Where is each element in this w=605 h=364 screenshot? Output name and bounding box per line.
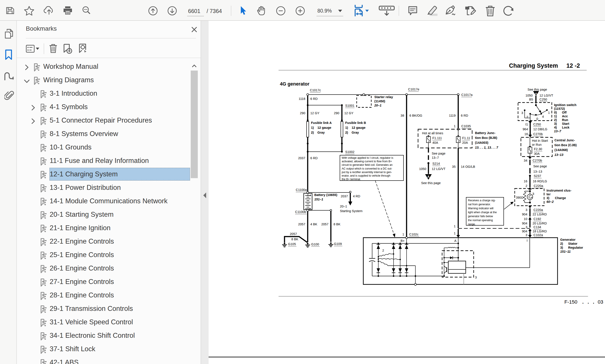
svg-text:2057: 2057 [321, 222, 329, 226]
svg-text:F1.11: F1.11 [462, 136, 470, 140]
svg-text:20A: 20A [462, 141, 468, 144]
svg-text:or Run: or Run [532, 143, 542, 146]
svg-text:3: 3 [525, 208, 527, 212]
svg-text:4 RD: 4 RD [353, 195, 360, 198]
svg-text:1118: 1118 [299, 97, 305, 101]
svg-text:Fusible link A: Fusible link A [311, 121, 332, 125]
svg-text:See page: See page [432, 152, 445, 155]
svg-text:1): 1) [311, 126, 314, 130]
svg-text:S1002: S1002 [345, 150, 355, 154]
svg-text:3: 3 [525, 225, 527, 229]
svg-text:A: A [535, 92, 537, 95]
svg-text:I: I [527, 239, 527, 242]
svg-text:–: – [309, 207, 311, 210]
svg-text:+: + [309, 194, 311, 197]
svg-text:C1017a: C1017a [461, 93, 473, 97]
svg-text:3: 3 [525, 233, 527, 237]
svg-text:put by a rectifier assembly in: put by a rectifier assembly internal to … [342, 171, 392, 174]
svg-text:1: 1 [548, 111, 550, 115]
svg-text:0: 0 [536, 117, 538, 121]
svg-text:4: 4 [542, 115, 544, 118]
svg-text:.: . [593, 299, 594, 305]
svg-text:Gray: Gray [317, 131, 325, 134]
svg-text:03: 03 [598, 299, 603, 305]
svg-text:1: 1 [402, 233, 404, 236]
svg-text:12 gauge: 12 gauge [352, 126, 366, 130]
svg-text:904: 904 [522, 221, 527, 225]
svg-text:ter: ter [547, 193, 551, 196]
svg-text:12 -2: 12 -2 [566, 62, 580, 69]
svg-text:C270b: C270b [533, 132, 543, 136]
svg-text:G100: G100 [311, 243, 319, 246]
svg-text:Warning indicator will: Warning indicator will [468, 207, 493, 210]
svg-text:(14A003): (14A003) [475, 141, 488, 144]
svg-text:2: 2 [525, 184, 527, 188]
svg-text:3): 3) [554, 122, 557, 125]
svg-text:.: . [588, 299, 589, 305]
svg-text:12 GY: 12 GY [344, 111, 353, 115]
svg-text:20–1: 20–1 [340, 205, 347, 208]
svg-text:2: 2 [526, 115, 528, 119]
svg-text:Gray: Gray [352, 131, 359, 134]
svg-text:F-150: F-150 [564, 299, 578, 305]
svg-text:12 LG/VT: 12 LG/VT [432, 167, 445, 171]
svg-text:Battery Junc-: Battery Junc- [475, 131, 495, 135]
svg-text:16 RD/LG: 16 RD/LG [533, 180, 547, 183]
svg-text:12 DB/LG: 12 DB/LG [533, 128, 547, 131]
svg-text:3): 3) [547, 196, 549, 200]
svg-text:Fusible link B: Fusible link B [345, 121, 366, 125]
svg-text:2037: 2037 [341, 195, 348, 198]
svg-text:2057: 2057 [290, 232, 297, 236]
svg-text:F2.30: F2.30 [534, 147, 542, 151]
svg-text:16: 16 [524, 180, 527, 183]
svg-text:B5: B5 [529, 98, 533, 101]
svg-text:nal from generator.: nal from generator. [468, 203, 491, 206]
svg-text:activated, allowing current to: activated, allowing current to flow from… [342, 160, 392, 163]
svg-text:3: 3 [521, 111, 523, 115]
svg-text:290: 290 [300, 111, 305, 115]
svg-text:(11572): (11572) [554, 107, 565, 110]
svg-text:16: 16 [524, 132, 528, 136]
svg-text:904: 904 [522, 212, 527, 216]
svg-text:.: . [582, 299, 584, 305]
svg-text:13–13: 13–13 [554, 153, 563, 156]
svg-text:22 LG/RD: 22 LG/RD [533, 212, 547, 216]
svg-text:964: 964 [523, 128, 528, 131]
svg-text:S214: S214 [432, 162, 440, 165]
svg-text:generator falls below: generator falls below [468, 215, 493, 218]
svg-text:2: 2 [382, 249, 384, 252]
svg-text:With voltage applied to I circ: With voltage applied to I circuit, regul… [342, 156, 393, 159]
svg-text:3): 3) [560, 246, 563, 249]
svg-text:light when charge at the: light when charge at the [468, 211, 497, 214]
svg-text:4): 4) [554, 126, 557, 129]
svg-text:2): 2) [345, 131, 348, 134]
svg-text:1: 1 [454, 124, 455, 128]
svg-text:the normal operating: the normal operating [468, 219, 493, 222]
svg-text:2): 2) [311, 131, 314, 134]
svg-text:1119: 1119 [449, 114, 455, 117]
svg-text:Central Junc-: Central Junc- [554, 138, 575, 142]
svg-text:C1035: C1035 [461, 124, 471, 128]
svg-text:C134: C134 [534, 225, 541, 229]
svg-text:(14A068): (14A068) [554, 148, 568, 152]
svg-text:40A: 40A [432, 141, 438, 144]
svg-text:3: 3 [475, 276, 477, 279]
svg-text:6 BK/OG: 6 BK/OG [410, 114, 422, 117]
svg-text:6 RD: 6 RD [310, 97, 318, 101]
svg-text:(11450): (11450) [374, 99, 385, 103]
svg-text:Generator: Generator [560, 238, 576, 241]
svg-text:Instrument clus-: Instrument clus- [547, 189, 571, 192]
svg-text:Charge: Charge [555, 196, 566, 200]
svg-text:C250: C250 [533, 123, 541, 126]
svg-text:Run: Run [562, 118, 568, 122]
svg-text:18 LG/RD: 18 LG/RD [533, 230, 547, 233]
svg-text:Starter relay: Starter relay [374, 95, 393, 99]
svg-text:2): 2) [554, 118, 557, 122]
svg-text:1: 1 [454, 232, 455, 235]
svg-text:30A: 30A [534, 152, 540, 156]
svg-text:35: 35 [452, 165, 455, 169]
svg-text:1): 1) [554, 115, 557, 118]
svg-text:See this page: See this page [421, 181, 441, 185]
svg-text:60–2: 60–2 [547, 200, 554, 204]
svg-text:Ignition switch: Ignition switch [554, 103, 577, 107]
